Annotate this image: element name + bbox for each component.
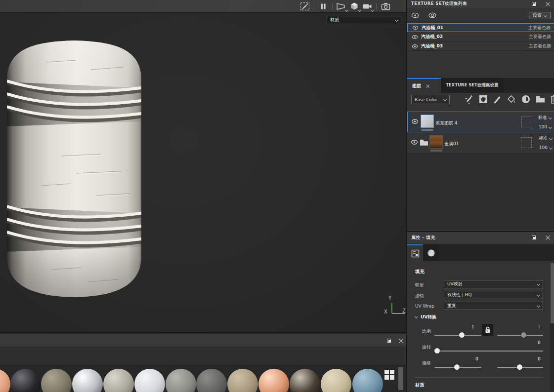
material-sphere-icon (427, 249, 435, 257)
tab-material-preview[interactable] (423, 244, 439, 261)
toolbar-separator (376, 3, 377, 10)
add-fill-layer-icon[interactable] (478, 94, 488, 104)
panel-close-icon[interactable] (544, 1, 551, 7)
eye-icon[interactable] (412, 25, 419, 30)
texture-set-shader[interactable]: 主要着色器 (529, 34, 551, 40)
perspective-view-icon[interactable] (335, 1, 348, 12)
shelf-grid-view-icon[interactable] (384, 370, 394, 380)
delete-layer-icon[interactable] (550, 94, 554, 104)
scale-x-slider[interactable] (434, 332, 481, 338)
filter-select[interactable]: 双线性 | HQ (444, 291, 543, 299)
texture-set-row[interactable]: 汽油桶_02 主要着色器 (407, 33, 554, 41)
rotation-slider[interactable] (434, 348, 543, 354)
tab-close-icon[interactable] (426, 84, 429, 87)
panel-restore-icon[interactable] (530, 1, 537, 7)
material-sphere-copper[interactable] (258, 369, 289, 392)
material-sphere-lens[interactable] (290, 369, 320, 392)
offset-y-value[interactable]: 0 (538, 356, 541, 361)
texture-set-shader[interactable]: 主要着色器 (529, 43, 551, 49)
material-sphere-porcelain[interactable] (134, 369, 165, 392)
material-sphere-olive[interactable] (41, 369, 72, 392)
panel-close-icon[interactable] (397, 338, 404, 344)
eye-icon[interactable] (411, 139, 418, 145)
viewport-toolbar (0, 0, 406, 12)
scale-y-slider[interactable] (497, 332, 543, 338)
offset-x-slider[interactable] (434, 364, 481, 370)
texture-set-shader[interactable]: 主要着色器 (528, 25, 551, 31)
eye-icon[interactable] (412, 44, 418, 49)
tab-layers[interactable]: 图层 (407, 78, 441, 93)
blend-mode-select[interactable]: 标准 (539, 135, 552, 142)
mask-icon[interactable] (521, 94, 531, 104)
display-mode-value: 材质 (330, 17, 339, 23)
axis-x-label: X (384, 309, 387, 314)
layer-row-fill[interactable]: 填充图层 4 标准 100 (407, 112, 554, 132)
add-paint-layer-icon[interactable] (493, 94, 502, 104)
folder-icon[interactable] (419, 138, 429, 147)
visibility-cycle-icon[interactable] (411, 12, 420, 19)
layer-thumb-bar (430, 150, 442, 152)
material-sphere-peach[interactable] (0, 369, 10, 392)
toolbar-separator (332, 3, 333, 10)
chevron-down-icon (537, 282, 540, 286)
mapping-select[interactable]: UV映射 (444, 280, 543, 288)
add-group-icon[interactable] (535, 95, 546, 104)
material-sphere-beige[interactable] (321, 369, 351, 392)
panel-close-icon[interactable] (544, 235, 551, 240)
chevron-down-icon (549, 125, 552, 128)
material-sphere-concrete[interactable] (103, 369, 134, 392)
camera-view-icon[interactable] (361, 1, 374, 12)
panel-restore-icon[interactable] (530, 235, 537, 240)
scale-y-value[interactable]: 1 (538, 324, 541, 329)
texture-set-row[interactable]: 汽油桶_03 主要着色器 (407, 42, 554, 51)
chevron-down-icon (549, 116, 552, 119)
3d-viewport[interactable]: 材质 Y X Z (0, 13, 406, 332)
eye-icon[interactable] (411, 118, 419, 124)
snapshot-icon[interactable] (379, 1, 392, 12)
uv-wrap-select[interactable]: 重复 (444, 302, 543, 310)
oil-drum-model[interactable] (2, 33, 146, 303)
layer-name: 填充图层 4 (435, 120, 458, 126)
material-sphere-steel-blue[interactable] (352, 369, 383, 392)
opacity-select[interactable]: 100 (539, 145, 552, 150)
material-sphere-slate[interactable] (196, 369, 227, 392)
material-sphere-stone[interactable] (166, 369, 196, 392)
add-effect-icon[interactable] (465, 94, 474, 104)
axis-gizmo: Y X Z (384, 295, 406, 321)
layer-thumbnail[interactable] (421, 115, 434, 128)
properties-scrollbar[interactable] (550, 262, 554, 392)
shelf-scrollbar[interactable] (398, 367, 403, 390)
layer-mask-slot[interactable] (521, 137, 532, 148)
channel-select[interactable]: Base Color (411, 95, 450, 104)
offset-x-value[interactable]: 0 (475, 356, 478, 361)
scale-x-value[interactable]: 1 (471, 324, 474, 329)
fill-bucket-icon[interactable] (507, 94, 516, 104)
symmetry-off-icon[interactable] (298, 1, 311, 12)
opacity-select[interactable]: 100 (539, 124, 552, 129)
geometry-view-icon[interactable] (348, 1, 361, 12)
uv-transform-collapse[interactable]: UV转换 (415, 314, 436, 320)
shelf-materials (0, 365, 406, 392)
layer-row-group[interactable]: 金属01 标准 100 (407, 133, 554, 154)
texture-set-settings-button[interactable]: 设置 (529, 12, 551, 19)
rotation-value[interactable]: 0 (538, 340, 541, 345)
material-sphere-tan[interactable] (227, 369, 258, 392)
tab-properties[interactable] (407, 244, 423, 261)
eye-icon[interactable] (412, 35, 418, 39)
scale-lock-button[interactable] (482, 324, 493, 336)
chevron-down-icon (544, 14, 547, 17)
viewport-display-mode-select[interactable]: 材质 (327, 16, 401, 24)
material-sphere-carbon[interactable] (10, 369, 41, 392)
material-sphere-chrome[interactable] (72, 369, 103, 392)
panel-restore-icon[interactable] (385, 338, 392, 344)
solo-visibility-icon[interactable] (428, 12, 437, 19)
layer-mask-slot[interactable] (521, 117, 532, 127)
properties-tabbar (407, 244, 554, 261)
tab-texture-set-settings[interactable]: TEXTURE SET纹理集设置 (441, 78, 503, 93)
blend-mode-select[interactable]: 标准 (538, 115, 552, 121)
texture-set-row[interactable]: 汽油桶_01 主要着色器 (407, 23, 554, 32)
offset-y-slider[interactable] (497, 364, 543, 370)
layer-thumbnail[interactable] (429, 135, 443, 149)
texture-set-name: 汽油桶_02 (421, 34, 443, 40)
pause-icon[interactable] (317, 1, 330, 12)
